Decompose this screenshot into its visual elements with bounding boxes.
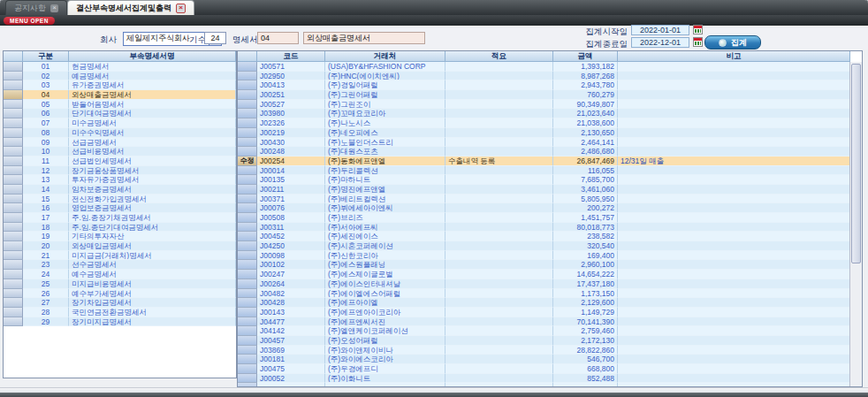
row-selector[interactable] — [4, 223, 23, 233]
table-row[interactable]: J00475(주)우경에프디668,800 — [238, 364, 850, 374]
row-selector[interactable] — [4, 298, 23, 308]
tab-active[interactable]: 결산부속명세서집계및출력× — [67, 0, 194, 15]
row-selector[interactable] — [238, 109, 257, 118]
table-row[interactable]: J03980(주)꼬매요코리아21,023,640 — [238, 109, 850, 118]
calendar-icon[interactable] — [693, 37, 703, 47]
row-selector[interactable] — [238, 213, 257, 223]
row-selector[interactable]: 수정 — [238, 157, 257, 166]
list-item[interactable]: 03유가증권명세서 — [4, 80, 236, 90]
row-selector[interactable] — [4, 232, 23, 241]
table-row[interactable]: J00143(주)에프엔아이코리아1,149,729 — [238, 308, 850, 317]
row-selector[interactable] — [238, 364, 257, 374]
table-row[interactable]: J00251(주)그린어패럴760,279 — [238, 90, 850, 100]
close-icon[interactable]: × — [176, 4, 186, 13]
table-row[interactable]: 수정J00254(주)동화에프앤엘수출내역 등록26,847,46912/31일… — [238, 157, 850, 166]
aggregate-button[interactable]: 집계 — [704, 35, 761, 50]
row-selector[interactable] — [4, 118, 23, 128]
row-selector[interactable] — [4, 251, 23, 261]
table-row[interactable]: J00076(주)뷔에세아이엔씨200,272 — [238, 203, 850, 213]
row-selector[interactable] — [238, 270, 257, 279]
row-selector[interactable] — [238, 175, 257, 185]
table-row[interactable]: J00098(주)신한코리아169,400 — [238, 251, 850, 261]
tab-inactive[interactable]: 공지사항× — [5, 0, 67, 15]
list-item[interactable]: 11선급법인세명세서 — [4, 157, 236, 166]
row-selector[interactable] — [4, 317, 23, 327]
row-selector[interactable] — [238, 251, 257, 261]
table-row[interactable]: J00413(주)경일어패럴2,943,780 — [238, 80, 850, 90]
col-header-code[interactable]: 코드 — [257, 51, 325, 62]
row-selector[interactable] — [4, 72, 23, 81]
list-item[interactable]: 17주.임.종장기채권명세서 — [4, 213, 236, 223]
row-selector[interactable] — [238, 185, 257, 195]
row-selector[interactable] — [4, 289, 23, 299]
row-selector[interactable] — [4, 185, 23, 195]
row-selector[interactable] — [238, 203, 257, 213]
table-row[interactable]: J00247(주)에스제이글로벌14,654,222 — [238, 270, 850, 279]
statement-code-input[interactable] — [257, 32, 299, 44]
row-selector[interactable] — [4, 157, 23, 166]
statement-name-input[interactable] — [303, 32, 425, 44]
list-item[interactable]: 06단기대여금명세서 — [4, 109, 236, 118]
table-row[interactable]: J04250(주)시혼코퍼레이션320,540 — [238, 241, 850, 251]
row-selector[interactable] — [4, 195, 23, 204]
row-selector[interactable] — [238, 308, 257, 317]
table-row[interactable]: J04477(주)에프엔씨서진70,141,390 — [238, 317, 850, 327]
table-row[interactable]: J00430(주)노블인더스트리2,464,141 — [238, 138, 850, 148]
table-row[interactable]: J00457(주)오성어패럴2,172,130 — [238, 336, 850, 346]
row-selector[interactable] — [4, 175, 23, 185]
list-item[interactable]: 27장기차입금명세서 — [4, 298, 236, 308]
table-row[interactable]: J00452(주)세진에이스238,582 — [238, 232, 850, 241]
row-selector[interactable] — [238, 223, 257, 233]
row-selector[interactable] — [238, 336, 257, 346]
table-row[interactable]: J00014(주)두리콜렉션116,055 — [238, 166, 850, 176]
row-selector[interactable] — [238, 166, 257, 176]
col-header-memo[interactable]: 적요 — [445, 51, 553, 62]
list-item[interactable]: 21미지급금(거래처)명세서 — [4, 251, 236, 261]
row-selector[interactable] — [238, 80, 257, 90]
row-selector[interactable] — [238, 72, 257, 81]
row-selector[interactable] — [238, 100, 257, 110]
row-selector[interactable] — [4, 128, 23, 138]
row-selector[interactable] — [238, 195, 257, 204]
list-item[interactable]: 20외상매입금명세서 — [4, 241, 236, 251]
list-item[interactable]: 01현금명세서 — [4, 62, 236, 72]
table-row[interactable]: J00248(주)대원스포츠2,486,680 — [238, 147, 850, 157]
list-item[interactable]: 25미지급비용명세서 — [4, 279, 236, 289]
list-item[interactable]: 23선수금명세서 — [4, 260, 236, 270]
list-item[interactable]: 09선급금명세서 — [4, 138, 236, 148]
col-header-category[interactable]: 구분 — [23, 51, 69, 62]
table-row[interactable]: J00181(주)와이에스코리아546,700 — [238, 355, 850, 364]
table-row[interactable]: J03869(주)와이앤제이비나28,822,860 — [238, 346, 850, 355]
list-item[interactable]: 08미수수익명세서 — [4, 128, 236, 138]
row-selector[interactable] — [238, 326, 257, 336]
row-selector[interactable] — [238, 62, 257, 72]
list-item[interactable]: 07미수금명세서 — [4, 118, 236, 128]
table-row[interactable]: J00211(주)명진에프앤엘3,461,060 — [238, 185, 850, 195]
table-row[interactable]: J00527(주)그린조이90,349,807 — [238, 100, 850, 110]
row-selector[interactable] — [4, 213, 23, 223]
row-selector[interactable] — [4, 100, 23, 110]
table-row[interactable]: J00219(주)네오피에스2,130,650 — [238, 128, 850, 138]
list-item[interactable]: 18주.임.종단기대여금명세서 — [4, 223, 236, 233]
list-item[interactable]: 24예수금명세서 — [4, 270, 236, 279]
row-selector[interactable] — [238, 118, 257, 128]
row-selector[interactable] — [4, 166, 23, 176]
row-selector[interactable] — [238, 138, 257, 148]
list-item[interactable]: 12장기금융상품명세서 — [4, 166, 236, 176]
table-row[interactable]: J00052(주)이화니트852,488 — [238, 374, 850, 384]
table-row[interactable]: J00508(주)브리즈1,451,757 — [238, 213, 850, 223]
row-selector[interactable] — [4, 90, 23, 100]
list-item[interactable]: 05받을어음명세서 — [4, 100, 236, 110]
row-selector[interactable] — [4, 147, 23, 157]
list-item[interactable]: 14임차보증금명세서 — [4, 185, 236, 195]
row-selector[interactable] — [4, 279, 23, 289]
table-row[interactable]: J00311(주)서아에프씨80,018,773 — [238, 223, 850, 233]
row-selector[interactable] — [4, 260, 23, 270]
row-selector[interactable] — [238, 289, 257, 299]
row-selector[interactable] — [238, 346, 257, 355]
period-input[interactable] — [204, 32, 226, 44]
list-item[interactable]: 10선급비용명세서 — [4, 147, 236, 157]
table-row[interactable]: J02950(주)HNC(에이치엔씨)8,987,268 — [238, 72, 850, 81]
col-header-amount[interactable]: 금액 — [553, 51, 618, 62]
menu-open-button[interactable]: MENU OPEN — [4, 17, 55, 25]
